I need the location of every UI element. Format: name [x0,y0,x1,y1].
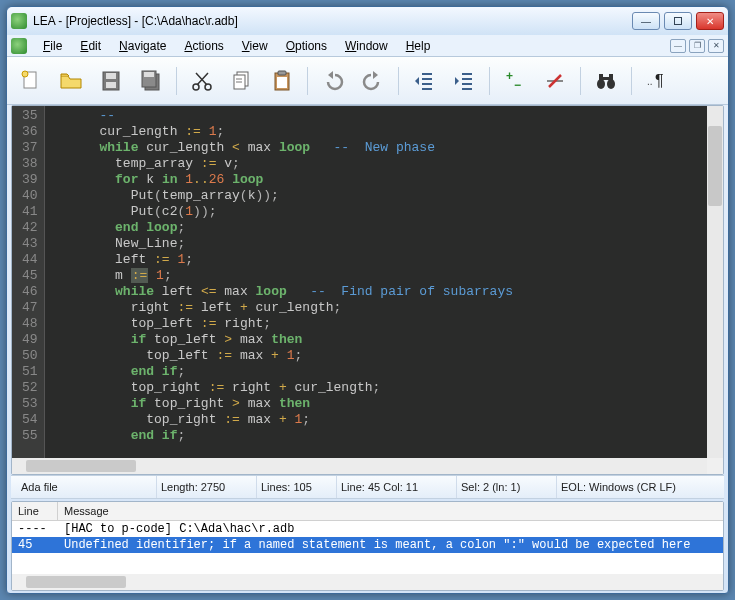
status-eol: EOL: Windows (CR LF) [557,476,718,498]
pilcrow-icon: ..¶ [645,69,669,93]
menubar: File Edit Navigate Actions View Options … [7,35,728,57]
paste-button[interactable] [264,63,300,99]
messages-scrollbar[interactable] [12,574,723,590]
outdent-button[interactable] [406,63,442,99]
minimize-button[interactable]: — [632,12,660,30]
close-button[interactable]: ✕ [696,12,724,30]
titlebar[interactable]: LEA - [Projectless] - [C:\Ada\hac\r.adb]… [7,7,728,35]
menu-window[interactable]: Window [337,37,396,55]
undo-button[interactable] [315,63,351,99]
new-file-icon [19,69,43,93]
new-file-button[interactable] [13,63,49,99]
add-remove-button[interactable]: +− [497,63,533,99]
maximize-button[interactable] [664,12,692,30]
scrollbar-corner [707,458,723,474]
plus-minus-icon: +− [503,69,527,93]
scrollbar-thumb[interactable] [26,460,136,472]
status-bar: Ada file Length: 2750 Lines: 105 Line: 4… [11,475,724,499]
copy-icon [230,69,254,93]
menu-view[interactable]: View [234,37,276,55]
mdi-close-icon[interactable]: ✕ [708,39,724,53]
strike-icon [543,69,567,93]
menu-edit[interactable]: Edit [72,37,109,55]
svg-rect-7 [144,72,154,77]
undo-icon [321,69,345,93]
outdent-icon [412,69,436,93]
find-button[interactable] [588,63,624,99]
svg-rect-4 [106,82,116,88]
status-lines: Lines: 105 [257,476,337,498]
separator [631,67,632,95]
svg-rect-3 [106,73,116,79]
pilcrow-button[interactable]: ..¶ [639,63,675,99]
copy-button[interactable] [224,63,260,99]
separator [398,67,399,95]
save-icon [99,69,123,93]
svg-text:¶: ¶ [655,72,664,89]
app-icon [11,13,27,29]
menu-help[interactable]: Help [398,37,439,55]
mdi-minimize-icon[interactable]: — [670,39,686,53]
messages-header: Line Message [12,502,723,521]
app-menu-icon [11,38,27,54]
mdi-restore-icon[interactable]: ❐ [689,39,705,53]
scissors-icon [190,69,214,93]
redo-button[interactable] [355,63,391,99]
code-area[interactable]: -- cur_length := 1; while cur_length < m… [45,106,707,458]
svg-rect-33 [603,77,609,80]
indent-button[interactable] [446,63,482,99]
open-folder-icon [59,69,83,93]
menu-file[interactable]: File [35,37,70,55]
save-all-icon [139,69,163,93]
menu-options[interactable]: Options [278,37,335,55]
svg-text:+: + [506,69,513,83]
scrollbar-thumb[interactable] [26,576,126,588]
scrollbar-thumb[interactable] [708,126,722,206]
indent-icon [452,69,476,93]
separator [176,67,177,95]
open-file-button[interactable] [53,63,89,99]
toolbar: +− ..¶ [7,57,728,105]
window-title: LEA - [Projectless] - [C:\Ada\hac\r.adb] [33,14,632,28]
redo-icon [361,69,385,93]
separator [489,67,490,95]
editor-pane: 3536373839404142434445464748495051525354… [11,105,724,475]
separator [307,67,308,95]
code-editor[interactable]: 3536373839404142434445464748495051525354… [12,106,723,458]
save-button[interactable] [93,63,129,99]
svg-rect-15 [278,71,286,75]
window-buttons: — ✕ [632,12,724,30]
line-gutter: 3536373839404142434445464748495051525354… [12,106,45,458]
message-row[interactable]: ----[HAC to p-code] C:\Ada\hac\r.adb [12,521,723,537]
messages-header-line[interactable]: Line [12,502,58,520]
svg-text:−: − [514,78,521,92]
status-filetype: Ada file [17,476,157,498]
app-window: LEA - [Projectless] - [C:\Ada\hac\r.adb]… [6,6,729,594]
menu-navigate[interactable]: Navigate [111,37,174,55]
svg-rect-16 [277,77,287,88]
messages-panel: Line Message ----[HAC to p-code] C:\Ada\… [11,501,724,591]
toggle-breakpoint-button[interactable] [537,63,573,99]
svg-rect-31 [599,74,603,81]
message-row[interactable]: 45Undefined identifier; if a named state… [12,537,723,553]
svg-rect-32 [609,74,613,81]
binoculars-icon [594,69,618,93]
status-selection: Sel: 2 (ln: 1) [457,476,557,498]
horizontal-scrollbar[interactable] [12,458,707,474]
status-position: Line: 45 Col: 11 [337,476,457,498]
svg-text:..: .. [647,76,653,87]
svg-point-1 [22,71,28,77]
status-length: Length: 2750 [157,476,257,498]
messages-header-message[interactable]: Message [58,502,723,520]
menu-actions[interactable]: Actions [176,37,231,55]
cut-button[interactable] [184,63,220,99]
save-all-button[interactable] [133,63,169,99]
messages-rows: ----[HAC to p-code] C:\Ada\hac\r.adb45Un… [12,521,723,574]
vertical-scrollbar[interactable] [707,106,723,458]
separator [580,67,581,95]
clipboard-icon [270,69,294,93]
